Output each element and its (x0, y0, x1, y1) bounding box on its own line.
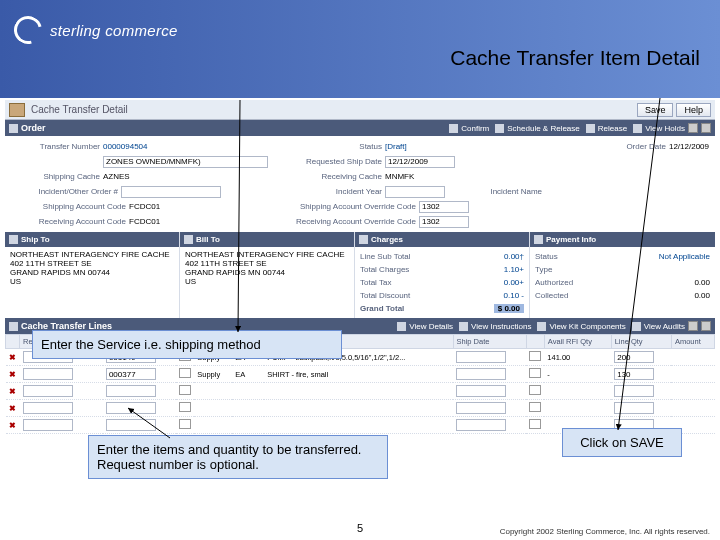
calendar-icon[interactable] (529, 402, 541, 412)
search-icon[interactable] (179, 368, 191, 378)
linesbar-expand[interactable] (701, 321, 711, 331)
reqnum-input[interactable] (23, 368, 73, 380)
item-input[interactable] (106, 385, 156, 397)
remove-row-icon[interactable]: ✖ (6, 349, 20, 366)
action-view-instructions[interactable]: View Instructions (459, 322, 531, 331)
orderbar-expand[interactable] (701, 123, 711, 133)
remove-row-icon[interactable]: ✖ (6, 366, 20, 383)
col-availrfi[interactable]: Avail RFI Qty (544, 335, 611, 349)
grand-total-label: Grand Total (360, 304, 407, 313)
item-input[interactable] (106, 402, 156, 414)
shipdate-input[interactable] (456, 402, 506, 414)
action-schedule-release[interactable]: Schedule & Release (495, 124, 580, 133)
instructions-icon (459, 322, 468, 331)
zone-input[interactable] (103, 156, 268, 168)
order-date-label: Order Date (605, 142, 669, 151)
search-icon[interactable] (179, 402, 191, 412)
billto-line: US (185, 277, 349, 286)
calendar-icon[interactable] (529, 385, 541, 395)
search-icon[interactable] (179, 385, 191, 395)
logo: sterling commerce (14, 16, 178, 44)
availrfi-value: 141.00 (544, 349, 611, 366)
col-amount[interactable]: Amount (671, 335, 714, 349)
line-sub-label: Line Sub Total (360, 252, 414, 261)
table-row: ✖ Supply EA SHIRT - fire, small - (6, 366, 715, 383)
lineqty-input[interactable] (614, 402, 654, 414)
action-view-audits[interactable]: View Audits (632, 322, 685, 331)
billto-line: NORTHEAST INTERAGENCY FIRE CACHE (185, 250, 349, 259)
shipdate-input[interactable] (456, 351, 506, 363)
total-tax-label: Total Tax (360, 278, 394, 287)
copyright: Copyright 2002 Sterling Commerce, Inc. A… (500, 527, 710, 536)
line-sub-value[interactable]: 0.00† (504, 252, 524, 261)
incident-year-input[interactable] (385, 186, 445, 198)
col-ship[interactable]: Ship Date (453, 335, 526, 349)
action-release[interactable]: Release (586, 124, 627, 133)
shipdate-input[interactable] (456, 368, 506, 380)
collected-label: Collected (535, 291, 571, 300)
book-icon (9, 103, 25, 117)
pay-type-label: Type (535, 265, 555, 274)
uom-value: EA (232, 366, 264, 383)
linesbar-dropdown[interactable] (688, 321, 698, 331)
total-discount-value[interactable]: 0.10 - (504, 291, 524, 300)
ship-override-input[interactable] (419, 201, 469, 213)
calendar-icon[interactable] (529, 419, 541, 429)
confirm-icon (449, 124, 458, 133)
action-view-details[interactable]: View Details (397, 322, 453, 331)
remove-row-icon[interactable]: ✖ (6, 383, 20, 400)
search-icon[interactable] (179, 419, 191, 429)
save-button[interactable]: Save (637, 103, 674, 117)
order-bar-label: Order (21, 123, 46, 133)
action-view-kit[interactable]: View Kit Components (537, 322, 625, 331)
billto-panel: Bill To NORTHEAST INTERAGENCY FIRE CACHE… (180, 232, 355, 318)
ship-acct-label: Shipping Account Code (11, 202, 129, 211)
shipdate-input[interactable] (456, 385, 506, 397)
item-input[interactable] (106, 419, 156, 431)
total-charges-value[interactable]: 1.10+ (504, 265, 524, 274)
remove-row-icon[interactable]: ✖ (6, 400, 20, 417)
lineqty-input[interactable] (614, 368, 654, 380)
breadcrumb-title: Cache Transfer Detail (31, 104, 634, 115)
billto-line: GRAND RAPIDS MN 00744 (185, 268, 349, 277)
orderbar-dropdown[interactable] (688, 123, 698, 133)
calendar-icon[interactable] (529, 368, 541, 378)
item-input[interactable] (106, 368, 156, 380)
authorized-value: 0.00 (694, 278, 710, 287)
total-tax-value[interactable]: 0.00+ (504, 278, 524, 287)
shipto-line: 402 11TH STREET SE (10, 259, 174, 268)
collected-value: 0.00 (694, 291, 710, 300)
ship-override-label: Shipping Account Override Code (239, 202, 419, 211)
slide-header: sterling commerce Cache Transfer Item De… (0, 0, 720, 98)
help-button[interactable]: Help (676, 103, 711, 117)
order-date-value: 12/12/2009 (669, 142, 709, 151)
shipto-panel: Ship To NORTHEAST INTERAGENCY FIRE CACHE… (5, 232, 180, 318)
calendar-icon[interactable] (529, 351, 541, 361)
callout-service: Enter the Service i.e. shipping method (32, 330, 342, 359)
reqnum-input[interactable] (23, 385, 73, 397)
charges-panel: Charges Line Sub Total0.00† Total Charge… (355, 232, 530, 318)
lineqty-input[interactable] (614, 351, 654, 363)
status-value[interactable]: [Draft] (385, 142, 465, 151)
incident-order-input[interactable] (121, 186, 221, 198)
charges-title: Charges (371, 235, 403, 244)
col-lineqty[interactable]: Line Qty (611, 335, 671, 349)
reqnum-input[interactable] (23, 402, 73, 414)
status-label: Status (323, 142, 385, 151)
breadcrumb-bar: Cache Transfer Detail Save Help (5, 100, 715, 120)
pay-status-label: Status (535, 252, 561, 261)
transfer-number-value[interactable]: 0000094504 (103, 142, 183, 151)
remove-row-icon[interactable]: ✖ (6, 417, 20, 434)
action-view-holds[interactable]: View Holds (633, 124, 685, 133)
reqnum-input[interactable] (23, 419, 73, 431)
callout-save: Click on SAVE (562, 428, 682, 457)
payment-icon (534, 235, 543, 244)
req-ship-input[interactable] (385, 156, 455, 168)
recv-override-input[interactable] (419, 216, 469, 228)
incident-year-label: Incident Year (221, 187, 385, 196)
action-confirm[interactable]: Confirm (449, 124, 489, 133)
billto-icon (184, 235, 193, 244)
pay-status-value[interactable]: Not Applicable (659, 252, 710, 261)
lineqty-input[interactable] (614, 385, 654, 397)
shipdate-input[interactable] (456, 419, 506, 431)
